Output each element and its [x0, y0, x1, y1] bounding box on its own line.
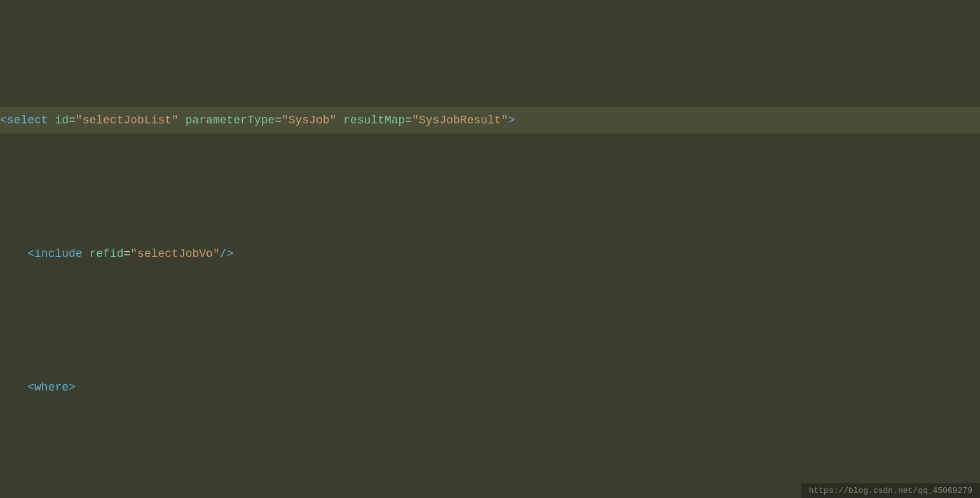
- where-open: <: [27, 381, 34, 394]
- where-close-bracket: >: [69, 381, 76, 394]
- resultmap-value: "SysJobResult": [412, 114, 508, 127]
- where-tag: where: [34, 381, 69, 394]
- select-tag: select: [7, 114, 55, 127]
- refid-attr: refid: [89, 247, 123, 260]
- url-text: https://blog.csdn.net/qq_45069279: [809, 486, 972, 495]
- code-line-3: <where>: [0, 374, 980, 401]
- refid-value: "selectJobVo": [130, 247, 219, 260]
- close-bracket1: >: [508, 114, 515, 127]
- paramtype-value: "SysJob": [282, 114, 336, 127]
- eq4: =: [123, 247, 130, 260]
- id-attr: id: [55, 114, 69, 127]
- url-bar: https://blog.csdn.net/qq_45069279: [801, 483, 980, 498]
- space1: [179, 114, 186, 127]
- resultmap-attr: resultMap: [343, 114, 405, 127]
- tag-open-bracket: <: [0, 114, 7, 127]
- code-line-1: <select id="selectJobList" parameterType…: [0, 107, 980, 134]
- space2: [336, 114, 343, 127]
- include-open: <: [27, 247, 34, 260]
- code-line-2: <include refid="selectJobVo"/>: [0, 240, 980, 267]
- eq2: =: [275, 114, 282, 127]
- code-editor: <select id="selectJobList" parameterType…: [0, 0, 980, 498]
- eq-punct: =: [69, 114, 76, 127]
- include-tag: include: [34, 247, 89, 260]
- paramtype-attr: parameterType: [186, 114, 275, 127]
- eq3: =: [405, 114, 412, 127]
- id-value: "selectJobList": [76, 114, 179, 127]
- selfclose: />: [220, 247, 234, 260]
